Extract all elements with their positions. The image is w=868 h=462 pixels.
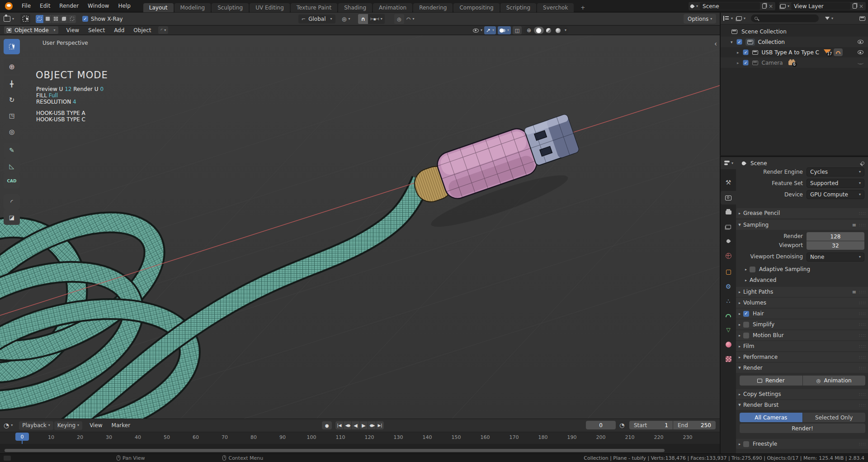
viewport-3d[interactable]: ⊕ ╋ ↻ ◳ ◎ ✎ ◺ CAD ◜ ◪ User Perspective O… bbox=[0, 35, 720, 419]
tool-rotate[interactable]: ↻ bbox=[4, 92, 20, 108]
drag-handle-icon[interactable]: :::: bbox=[859, 333, 866, 338]
feature-set-select[interactable]: Supported▾ bbox=[807, 179, 864, 188]
object-visibility-dropdown[interactable]: ▾ bbox=[473, 29, 482, 33]
tab-sculpting[interactable]: Sculpting bbox=[212, 3, 249, 12]
eye-icon[interactable] bbox=[858, 40, 863, 44]
motion-blur-checkbox[interactable] bbox=[743, 333, 749, 338]
camera-checkbox[interactable]: ✓ bbox=[743, 60, 748, 66]
tab-uv-editing[interactable]: UV Editing bbox=[250, 3, 290, 12]
section-render-burst[interactable]: ▼Render Burst:::: bbox=[736, 400, 868, 410]
drag-handle-icon[interactable]: :::: bbox=[859, 392, 866, 396]
selected-only-button[interactable]: Selected Only bbox=[803, 413, 866, 422]
section-performance[interactable]: ▸Performance:::: bbox=[736, 352, 868, 362]
shading-wireframe-button[interactable]: ⊕ bbox=[524, 27, 533, 34]
close-icon[interactable]: × bbox=[859, 3, 863, 10]
playback-menu[interactable]: Playback▾ bbox=[19, 421, 53, 430]
new-collection-icon[interactable] bbox=[859, 16, 865, 21]
timeline-editor-dropdown[interactable]: ◔ ▾ bbox=[4, 422, 13, 429]
scene-selector[interactable]: ▾ Scene × bbox=[688, 1, 776, 11]
section-volumes[interactable]: ▸Volumes:::: bbox=[736, 298, 868, 308]
render-burst-button[interactable]: Render! bbox=[740, 424, 865, 433]
simplify-checkbox[interactable] bbox=[743, 322, 749, 328]
drag-handle-icon[interactable]: :::: bbox=[859, 344, 866, 348]
section-sampling[interactable]: ▼Sampling≡:::: bbox=[736, 220, 868, 230]
tab-tool[interactable]: ⚒ bbox=[721, 176, 736, 189]
menu-help[interactable]: Help bbox=[113, 3, 135, 9]
shading-material-button[interactable] bbox=[544, 27, 553, 34]
freestyle-checkbox[interactable] bbox=[743, 441, 749, 447]
section-motion-blur[interactable]: ▸Motion Blur:::: bbox=[736, 330, 868, 340]
tool-annotate[interactable]: ✎ bbox=[4, 143, 20, 158]
auto-keying-stopwatch-button[interactable]: ◔ bbox=[619, 422, 624, 429]
tab-animation[interactable]: Animation bbox=[373, 3, 412, 12]
menu-view[interactable]: View bbox=[62, 27, 84, 33]
timeline-view-menu[interactable]: View bbox=[85, 422, 107, 429]
samples-render-field[interactable]: 128 bbox=[807, 232, 864, 241]
current-frame-field[interactable]: 0 bbox=[586, 421, 616, 429]
mode-dropdown[interactable]: Object Mode ▾ bbox=[4, 26, 58, 34]
options-dropdown[interactable]: Options ▾ bbox=[684, 14, 716, 24]
pin-icon[interactable] bbox=[861, 162, 864, 165]
tab-world[interactable] bbox=[721, 249, 736, 262]
tab-sverchok[interactable]: Sverchok bbox=[537, 3, 574, 12]
disclosure-closed-icon[interactable]: ▸ bbox=[737, 61, 739, 65]
scene-name-field[interactable]: Scene bbox=[700, 2, 760, 10]
copy-view-layer-icon[interactable] bbox=[853, 4, 857, 9]
tab-object[interactable] bbox=[721, 265, 736, 279]
drag-handle-icon[interactable]: :::: bbox=[859, 355, 866, 359]
blender-logo-icon[interactable] bbox=[5, 2, 13, 10]
tool-transform[interactable]: ◎ bbox=[4, 124, 20, 139]
drag-handle-icon[interactable]: :::: bbox=[859, 223, 866, 227]
pivot-point-dropdown[interactable]: ◎ ▾ bbox=[340, 14, 352, 24]
drag-handle-icon[interactable]: :::: bbox=[859, 403, 866, 407]
menu-file[interactable]: File bbox=[17, 3, 35, 9]
keying-menu[interactable]: Keying▾ bbox=[54, 421, 82, 430]
tab-view-layer[interactable] bbox=[721, 220, 736, 233]
tab-texture[interactable] bbox=[721, 352, 736, 366]
shading-solid-button[interactable] bbox=[534, 27, 544, 34]
tab-particles[interactable]: ∴ bbox=[721, 294, 736, 308]
outliner-row-scene-collection[interactable]: Scene Collection bbox=[721, 26, 868, 37]
next-keyframe-button[interactable]: ◆▶ bbox=[368, 421, 376, 429]
drag-handle-icon[interactable]: :::: bbox=[859, 311, 866, 316]
outliner-search[interactable] bbox=[751, 14, 819, 22]
tool-measure[interactable]: ◺ bbox=[4, 158, 20, 174]
outliner-row-collection[interactable]: ▾ ✓ Collection bbox=[721, 37, 868, 47]
select-mode-lasso-button[interactable] bbox=[60, 15, 68, 23]
section-light-paths[interactable]: ▸Light Paths≡:::: bbox=[736, 287, 868, 297]
adaptive-sampling-checkbox[interactable] bbox=[750, 267, 755, 272]
proportional-edit-toggle[interactable]: ◎ bbox=[394, 14, 404, 24]
subsection-advanced[interactable]: ▸Advanced bbox=[736, 275, 868, 285]
outliner-row-camera[interactable]: ▸ ✓ Camera 6 bbox=[721, 57, 868, 68]
collection-checkbox[interactable]: ✓ bbox=[736, 39, 742, 45]
render-engine-select[interactable]: Cycles▾ bbox=[807, 167, 864, 176]
end-frame-field[interactable]: End250 bbox=[673, 421, 716, 429]
overlays-dropdown[interactable]: ▾ bbox=[498, 26, 511, 34]
drag-handle-icon[interactable]: :::: bbox=[859, 366, 866, 370]
timeline-scrollbar[interactable] bbox=[5, 449, 665, 452]
filter-dropdown[interactable]: ▾ bbox=[825, 17, 833, 20]
tab-object-data[interactable]: ▽ bbox=[721, 323, 736, 337]
denoise-select[interactable]: None▾ bbox=[807, 252, 864, 262]
drag-handle-icon[interactable]: :::: bbox=[859, 322, 866, 327]
all-cameras-button[interactable]: All Cameras bbox=[740, 413, 802, 422]
hair-checkbox[interactable]: ✓ bbox=[743, 311, 749, 317]
active-tool-button[interactable] bbox=[20, 14, 30, 24]
shading-rendered-button[interactable] bbox=[554, 27, 563, 34]
falloff-dropdown[interactable]: ◠ ▾ bbox=[404, 16, 417, 22]
timeline-ruler[interactable]: 10 20 30 40 50 60 70 80 90 100 110 120 1… bbox=[0, 432, 720, 444]
render-animation-button[interactable]: ◎Animation bbox=[803, 376, 866, 386]
preset-icon[interactable]: ≡ bbox=[852, 289, 856, 295]
prev-keyframe-button[interactable]: ◀◆ bbox=[344, 421, 351, 429]
tab-physics[interactable] bbox=[721, 309, 736, 322]
preset-icon[interactable]: ≡ bbox=[852, 222, 856, 228]
usb-checkbox[interactable]: ✓ bbox=[743, 50, 748, 55]
section-copy-settings[interactable]: ▸Copy Settings:::: bbox=[736, 389, 868, 399]
add-workspace-button[interactable]: + bbox=[575, 3, 591, 12]
tab-render[interactable] bbox=[721, 191, 736, 205]
play-reverse-button[interactable]: ◀ bbox=[352, 421, 359, 429]
drag-handle-icon[interactable]: :::: bbox=[859, 442, 866, 446]
section-film[interactable]: ▸Film:::: bbox=[736, 341, 868, 351]
tab-rendering[interactable]: Rendering bbox=[413, 3, 453, 12]
show-xray-checkbox[interactable]: ✓ bbox=[82, 16, 88, 22]
